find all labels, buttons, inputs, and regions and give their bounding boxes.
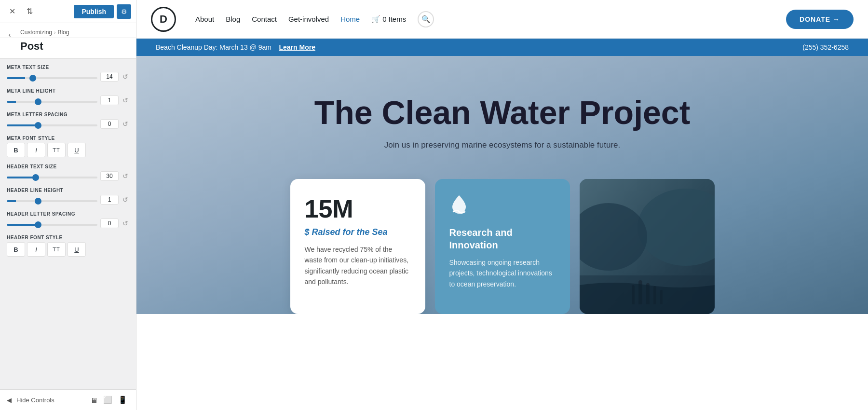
- breadcrumb-separator: ›: [54, 30, 55, 35]
- logo-letter: D: [160, 13, 167, 26]
- header-line-height-reset[interactable]: ↺: [122, 195, 129, 204]
- meta-letter-spacing-control: META LETTER SPACING ↺: [7, 112, 129, 129]
- meta-line-height-reset[interactable]: ↺: [122, 96, 129, 105]
- card-water-icon: [449, 194, 556, 219]
- hide-controls-icon: ◀: [7, 396, 12, 404]
- header-text-size-slider[interactable]: [7, 177, 97, 178]
- banner-phone: (255) 352-6258: [802, 43, 849, 51]
- sort-button[interactable]: ⇅: [22, 4, 37, 19]
- nav-cart[interactable]: 🛒 0 Items: [371, 15, 406, 24]
- sidebar-footer[interactable]: ◀ Hide Controls 🖥 ⬜ 📱: [0, 389, 136, 410]
- meta-line-height-value[interactable]: [100, 96, 119, 105]
- nav-get-involved[interactable]: Get-involved: [288, 15, 329, 23]
- header-letter-spacing-slider-wrap: [7, 219, 97, 228]
- meta-text-size-reset[interactable]: ↺: [122, 72, 129, 81]
- site-navigation: D About Blog Contact Get-involved Home 🛒…: [136, 0, 868, 39]
- meta-line-height-row: ↺: [7, 96, 129, 105]
- header-font-style-control: HEADER FONT STYLE B I TT U: [7, 235, 129, 257]
- hero-card-stat: 15M $ Raised for the Sea We have recycle…: [290, 179, 425, 314]
- meta-line-height-label: META LINE HEIGHT: [7, 88, 129, 94]
- nav-links: About Blog Contact Get-involved Home 🛒 0…: [195, 11, 786, 27]
- meta-line-height-slider[interactable]: [7, 101, 97, 103]
- hero-cards: 15M $ Raised for the Sea We have recycle…: [156, 179, 849, 314]
- header-line-height-slider-wrap: [7, 195, 97, 204]
- nav-about[interactable]: About: [195, 15, 214, 23]
- header-tt-button[interactable]: TT: [47, 242, 66, 257]
- nav-contact[interactable]: Contact: [252, 15, 277, 23]
- meta-line-height-control: META LINE HEIGHT ↺: [7, 88, 129, 105]
- gear-button[interactable]: ⚙: [117, 4, 131, 19]
- breadcrumb: Customizing › Blog: [20, 29, 128, 36]
- card-research-description: Showcasing ongoing research projects, te…: [449, 257, 556, 289]
- breadcrumb-root: Customizing: [20, 29, 52, 36]
- card-stat-number: 15M: [305, 194, 411, 223]
- search-icon: 🔍: [421, 15, 431, 24]
- meta-underline-button[interactable]: U: [68, 143, 86, 157]
- card-stat-description: We have recycled 75% of the waste from o…: [305, 244, 411, 287]
- header-letter-spacing-row: ↺: [7, 219, 129, 228]
- meta-letter-spacing-slider-wrap: [7, 120, 97, 128]
- sort-icon: ⇅: [27, 7, 33, 16]
- banner-text: Beach Cleanup Day: March 13 @ 9am –: [156, 43, 277, 51]
- header-font-style-label: HEADER FONT STYLE: [7, 235, 129, 240]
- logo-circle: D: [151, 7, 176, 32]
- header-line-height-label: HEADER LINE HEIGHT: [7, 188, 129, 193]
- header-bold-button[interactable]: B: [7, 242, 25, 257]
- breadcrumb-area: ‹ Customizing › Blog: [0, 23, 136, 38]
- close-button[interactable]: ✕: [5, 4, 19, 19]
- meta-letter-spacing-slider[interactable]: [7, 124, 97, 126]
- hero-title: The Clean Water Project: [156, 95, 849, 131]
- card-stat-label: $ Raised for the Sea: [305, 227, 411, 237]
- meta-letter-spacing-value[interactable]: [100, 119, 119, 129]
- header-letter-spacing-slider[interactable]: [7, 224, 97, 226]
- page-title: Post: [0, 38, 136, 59]
- meta-letter-spacing-label: META LETTER SPACING: [7, 112, 129, 117]
- header-text-size-reset[interactable]: ↺: [122, 172, 129, 180]
- header-letter-spacing-reset[interactable]: ↺: [122, 219, 129, 228]
- header-line-height-slider[interactable]: [7, 200, 97, 202]
- meta-line-height-slider-wrap: [7, 96, 97, 105]
- hero-card-research: Research and Innovation Showcasing ongoi…: [435, 179, 570, 314]
- breadcrumb-page: Blog: [57, 29, 69, 36]
- nav-home[interactable]: Home: [340, 15, 360, 23]
- nav-search-button[interactable]: 🔍: [418, 11, 434, 27]
- header-text-size-label: HEADER TEXT SIZE: [7, 164, 129, 169]
- tablet-view-button[interactable]: ⬜: [101, 395, 114, 405]
- nav-blog[interactable]: Blog: [226, 15, 240, 23]
- header-underline-button[interactable]: U: [68, 242, 86, 257]
- close-icon: ✕: [9, 7, 15, 16]
- meta-tt-button[interactable]: TT: [47, 143, 66, 157]
- back-button[interactable]: ‹: [4, 29, 15, 41]
- svg-point-1: [580, 203, 647, 271]
- cart-label: Items: [389, 15, 407, 23]
- donate-button[interactable]: DONATE →: [786, 10, 854, 29]
- header-text-size-slider-wrap: [7, 172, 97, 180]
- sidebar: ✕ ⇅ Publish ⚙ ‹ Customizing › Blog Post …: [0, 0, 136, 410]
- header-text-size-value[interactable]: [100, 171, 119, 181]
- site-logo: D: [151, 7, 176, 32]
- header-line-height-value[interactable]: [100, 195, 119, 205]
- svg-point-0: [637, 189, 715, 266]
- cart-count: 0: [382, 15, 386, 23]
- header-text-size-row: ↺: [7, 171, 129, 181]
- header-line-height-row: ↺: [7, 195, 129, 205]
- meta-font-style-control: META FONT STYLE B I TT U: [7, 136, 129, 157]
- gear-icon: ⚙: [121, 8, 127, 15]
- header-italic-button[interactable]: I: [27, 242, 45, 257]
- header-letter-spacing-label: HEADER LETTER SPACING: [7, 211, 129, 217]
- meta-italic-button[interactable]: I: [27, 143, 45, 157]
- meta-letter-spacing-reset[interactable]: ↺: [122, 120, 129, 128]
- meta-text-size-slider[interactable]: [7, 77, 97, 79]
- meta-bold-button[interactable]: B: [7, 143, 25, 157]
- mobile-view-button[interactable]: 📱: [116, 395, 129, 405]
- hero-card-photo: [580, 179, 715, 314]
- hero-subtitle: Join us in preserving marine ecosystems …: [156, 140, 849, 150]
- publish-button[interactable]: Publish: [74, 5, 114, 18]
- sidebar-topbar: ✕ ⇅ Publish ⚙: [0, 0, 136, 23]
- banner-link[interactable]: Learn More: [279, 43, 315, 51]
- meta-font-style-label: META FONT STYLE: [7, 136, 129, 141]
- back-icon: ‹: [9, 31, 11, 39]
- meta-text-size-value[interactable]: [100, 72, 119, 82]
- header-letter-spacing-value[interactable]: [100, 219, 119, 228]
- desktop-view-button[interactable]: 🖥: [88, 395, 99, 405]
